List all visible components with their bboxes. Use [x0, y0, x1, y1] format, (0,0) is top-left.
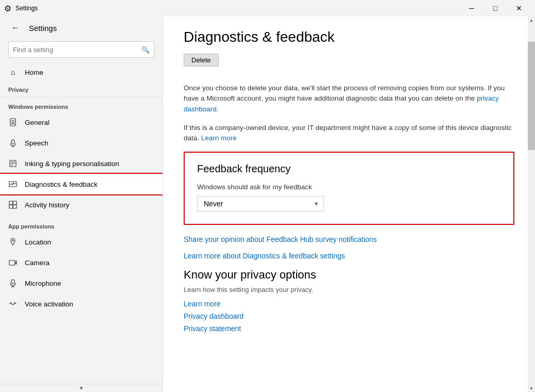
- svg-rect-0: [10, 119, 15, 126]
- camera-icon: [8, 258, 18, 267]
- sidebar-label-home: Home: [25, 69, 43, 76]
- sidebar-scroll-down-icon[interactable]: ▼: [79, 385, 84, 391]
- delete-button[interactable]: Delete: [184, 54, 219, 67]
- sidebar-label-inking: Inking & typing personalisation: [25, 160, 119, 168]
- sidebar-item-activity[interactable]: Activity history: [0, 194, 163, 215]
- feedback-hub-link[interactable]: Share your opinion about Feedback Hub su…: [184, 235, 377, 243]
- feedback-sub-label: Windows should ask for my feedback: [197, 183, 501, 191]
- feedback-frequency-heading: Feedback frequency: [197, 163, 501, 175]
- scroll-down-arrow[interactable]: ▼: [528, 385, 535, 392]
- sidebar-label-voice: Voice activation: [25, 300, 73, 308]
- svg-rect-16: [9, 260, 15, 265]
- search-box[interactable]: 🔍: [8, 41, 154, 58]
- sidebar-item-home[interactable]: ⌂ Home: [0, 62, 163, 83]
- para2: If this is a company-owned device, your …: [184, 123, 514, 144]
- location-icon: [8, 237, 18, 247]
- sidebar-divider-1: [0, 97, 163, 97]
- sidebar-label-speech: Speech: [25, 139, 48, 147]
- inking-icon: [8, 159, 18, 168]
- privacy-section-label: Privacy: [0, 83, 163, 95]
- scroll-thumb[interactable]: [528, 42, 535, 150]
- sidebar-label-diagnostics: Diagnostics & feedback: [25, 181, 98, 188]
- title-bar: ⚙ Settings ─ □ ✕: [0, 0, 535, 17]
- know-privacy-section: Know your privacy options Learn how this…: [184, 268, 514, 333]
- learn-more-diagnostics-link[interactable]: Learn more about Diagnostics & feedback …: [184, 252, 345, 260]
- know-privacy-sub: Learn how this setting impacts your priv…: [184, 286, 514, 293]
- svg-rect-18: [11, 280, 14, 284]
- sidebar-item-inking[interactable]: Inking & typing personalisation: [0, 153, 163, 174]
- diagnostics-icon: [8, 179, 18, 189]
- sidebar-label-microphone: Microphone: [25, 280, 61, 287]
- minimize-button[interactable]: ─: [460, 0, 483, 17]
- general-icon: [8, 118, 18, 127]
- para1-text: Once you choose to delete your data, we'…: [184, 84, 505, 102]
- scroll-up-arrow[interactable]: ▲: [528, 17, 535, 24]
- sidebar-item-general[interactable]: General: [0, 112, 163, 133]
- main-scroll-area[interactable]: Diagnostics & feedback Delete Once you c…: [163, 17, 535, 392]
- svg-rect-12: [13, 201, 17, 205]
- windows-permissions-label: Windows permissions: [0, 100, 163, 112]
- title-bar-title: Settings: [15, 5, 38, 12]
- frequency-dropdown-container: Automatically (Recommended) Always Once …: [197, 196, 324, 211]
- know-privacy-learn-more-link[interactable]: Learn more: [184, 300, 514, 308]
- learn-more-link-para2[interactable]: Learn more: [201, 134, 237, 142]
- svg-rect-13: [9, 205, 13, 208]
- sidebar-label-location: Location: [25, 238, 51, 246]
- sidebar-label-general: General: [25, 119, 50, 126]
- sidebar-item-diagnostics[interactable]: Diagnostics & feedback: [0, 174, 163, 194]
- back-button[interactable]: ←: [8, 21, 23, 35]
- know-privacy-heading: Know your privacy options: [184, 268, 514, 282]
- sidebar-label-camera: Camera: [25, 259, 50, 267]
- frequency-dropdown[interactable]: Automatically (Recommended) Always Once …: [197, 196, 324, 211]
- feedback-frequency-section: Feedback frequency Windows should ask fo…: [184, 152, 514, 225]
- sidebar-label-activity: Activity history: [25, 201, 69, 209]
- search-input[interactable]: [9, 46, 137, 54]
- window-controls: ─ □ ✕: [460, 0, 531, 17]
- sidebar-item-microphone[interactable]: Microphone: [0, 273, 163, 293]
- scroll-track: [528, 24, 535, 385]
- sidebar-scroll: ⌂ Home Privacy Windows permissions Gener…: [0, 62, 163, 384]
- maximize-button[interactable]: □: [483, 0, 507, 17]
- sidebar-item-camera[interactable]: Camera: [0, 252, 163, 273]
- app-permissions-label: App permissions: [0, 219, 163, 232]
- page-title: Diagnostics & feedback: [184, 17, 514, 45]
- microphone-icon: [8, 279, 18, 288]
- speech-icon: [8, 138, 18, 148]
- svg-point-15: [12, 240, 14, 241]
- svg-rect-11: [9, 201, 13, 205]
- sidebar-item-speech[interactable]: Speech: [0, 133, 163, 153]
- home-icon: ⌂: [8, 68, 18, 77]
- scrollbar[interactable]: ▲ ▼: [528, 17, 535, 392]
- main-content: Diagnostics & feedback Delete Once you c…: [163, 17, 535, 392]
- close-button[interactable]: ✕: [507, 0, 531, 17]
- app-icon: ⚙: [4, 4, 11, 13]
- sidebar-item-voice[interactable]: Voice activation: [0, 293, 163, 314]
- search-icon: 🔍: [137, 46, 154, 54]
- privacy-dashboard-link[interactable]: Privacy dashboard: [184, 312, 514, 320]
- sidebar: ← Settings 🔍 ⌂ Home Privacy Windows perm…: [0, 17, 163, 392]
- voice-icon: [8, 299, 18, 308]
- svg-point-3: [11, 140, 14, 144]
- activity-icon: [8, 200, 18, 209]
- privacy-statement-link[interactable]: Privacy statement: [184, 324, 514, 333]
- sidebar-app-title: Settings: [29, 24, 57, 32]
- svg-rect-14: [13, 205, 17, 208]
- sidebar-item-location[interactable]: Location: [0, 232, 163, 252]
- para1: Once you choose to delete your data, we'…: [184, 83, 514, 115]
- back-icon: ←: [11, 23, 20, 32]
